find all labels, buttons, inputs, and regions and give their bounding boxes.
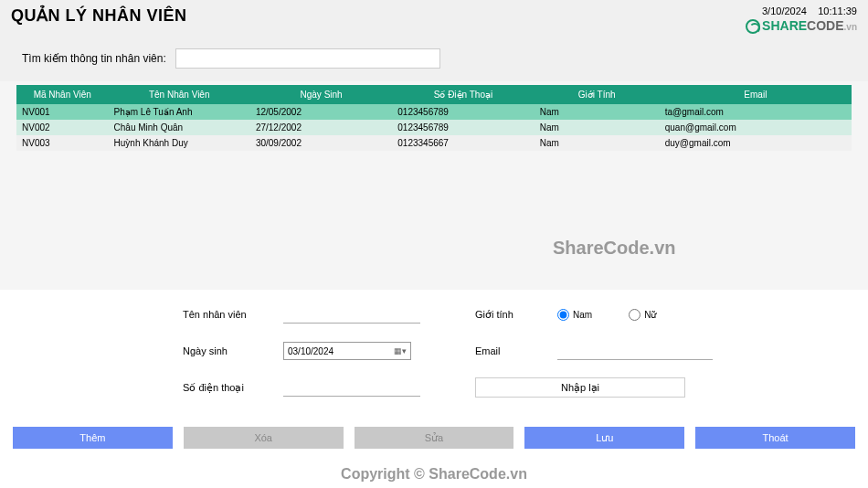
cell-name: Châu Minh Quân [109, 120, 250, 135]
col-header-phone: Số Điện Thoại [392, 85, 534, 104]
col-header-email: Email [660, 85, 852, 104]
name-input[interactable] [283, 305, 420, 324]
exit-button[interactable]: Thoát [695, 427, 855, 449]
logo-vn: .vn [844, 22, 857, 32]
cell-phone: 0123456789 [392, 120, 534, 135]
gender-label: Giới tính [475, 309, 557, 321]
cell-phone: 0123345667 [392, 135, 534, 151]
phone-input[interactable] [283, 378, 420, 397]
table-row[interactable]: NV001 Phạm Lê Tuấn Anh 12/05/2002 012345… [16, 104, 852, 120]
page-title: QUẢN LÝ NHÂN VIÊN [11, 5, 187, 26]
form-col-right: Giới tính Nam Nữ Email Nhập lại [475, 304, 749, 414]
col-header-name: Tên Nhân Viên [109, 85, 250, 104]
dob-value: 03/10/2024 [288, 346, 333, 356]
search-label: Tìm kiếm thông tin nhân viên: [22, 52, 166, 65]
cell-phone: 0123456789 [392, 104, 534, 120]
gender-radio-group: Nam Nữ [557, 309, 656, 321]
cell-id: NV002 [16, 120, 109, 135]
radio-male-input[interactable] [557, 309, 569, 321]
table-wrap: Mã Nhân Viên Tên Nhân Viên Ngày Sinh Số … [0, 81, 868, 290]
form-row-gender: Giới tính Nam Nữ [475, 304, 749, 324]
edit-button[interactable]: Sửa [355, 427, 514, 449]
radio-female-label: Nữ [644, 310, 656, 320]
cell-gender: Nam [535, 120, 660, 135]
radio-male-label: Nam [573, 310, 592, 320]
cell-name: Phạm Lê Tuấn Anh [109, 104, 250, 120]
search-bar: Tìm kiếm thông tin nhân viên: [0, 39, 868, 81]
form-row-dob: Ngày sinh 03/10/2024 ▦▾ [183, 341, 420, 361]
form-row-email: Email [475, 341, 749, 361]
logo-share: SHARE [762, 18, 807, 33]
cell-name: Huỳnh Khánh Duy [109, 135, 250, 151]
radio-female-input[interactable] [629, 309, 640, 321]
cell-email: quan@gmail.com [660, 120, 852, 135]
table-row[interactable]: NV003 Huỳnh Khánh Duy 30/09/2002 0123345… [16, 135, 852, 151]
search-input[interactable] [175, 48, 440, 69]
save-button[interactable]: Lưu [524, 427, 684, 449]
form-area: Tên nhân viên Ngày sinh 03/10/2024 ▦▾ Số… [0, 290, 868, 423]
form-row-reset: Nhập lại [475, 377, 749, 398]
delete-button[interactable]: Xóa [184, 427, 344, 449]
name-label: Tên nhân viên [183, 309, 283, 320]
cell-dob: 27/12/2002 [250, 120, 392, 135]
button-bar: Thêm Xóa Sửa Lưu Thoát [0, 423, 868, 456]
header-bar: QUẢN LÝ NHÂN VIÊN 3/10/2024 10:11:39 SHA… [0, 0, 868, 39]
reset-button[interactable]: Nhập lại [475, 377, 685, 398]
cell-gender: Nam [535, 135, 660, 151]
logo-code: CODE [807, 18, 843, 33]
footer-watermark: Copyright © ShareCode.vn [0, 466, 868, 483]
table-row[interactable]: NV002 Châu Minh Quân 27/12/2002 01234567… [16, 120, 852, 135]
dob-input[interactable]: 03/10/2024 ▦▾ [283, 342, 411, 360]
radio-female[interactable]: Nữ [629, 309, 656, 321]
form-row-phone: Số điện thoại [183, 377, 420, 398]
col-header-dob: Ngày Sinh [250, 85, 392, 104]
table-header-row: Mã Nhân Viên Tên Nhân Viên Ngày Sinh Số … [16, 85, 852, 104]
logo-icon [746, 19, 760, 34]
cell-gender: Nam [535, 104, 660, 120]
form-col-left: Tên nhân viên Ngày sinh 03/10/2024 ▦▾ Số… [183, 304, 420, 414]
cell-email: duy@gmail.com [660, 135, 852, 151]
form-row-name: Tên nhân viên [183, 304, 420, 324]
add-button[interactable]: Thêm [13, 427, 173, 449]
logo: SHARECODE.vn [746, 18, 857, 34]
cell-email: ta@gmail.com [660, 104, 852, 120]
employee-table[interactable]: Mã Nhân Viên Tên Nhân Viên Ngày Sinh Số … [16, 85, 852, 151]
radio-male[interactable]: Nam [557, 309, 592, 321]
header-right: 3/10/2024 10:11:39 SHARECODE.vn [746, 5, 857, 34]
email-input[interactable] [557, 342, 713, 360]
cell-id: NV003 [16, 135, 109, 151]
dob-label: Ngày sinh [183, 345, 283, 356]
phone-label: Số điện thoại [183, 382, 283, 394]
col-header-gender: Giới Tính [535, 85, 660, 104]
date-text: 3/10/2024 [762, 5, 807, 16]
email-label: Email [475, 345, 557, 356]
datetime: 3/10/2024 10:11:39 [746, 5, 857, 16]
calendar-icon: ▦▾ [394, 346, 407, 355]
time-text: 10:11:39 [818, 5, 857, 16]
cell-dob: 12/05/2002 [250, 104, 392, 120]
col-header-id: Mã Nhân Viên [16, 85, 109, 104]
cell-id: NV001 [16, 104, 109, 120]
cell-dob: 30/09/2002 [250, 135, 392, 151]
